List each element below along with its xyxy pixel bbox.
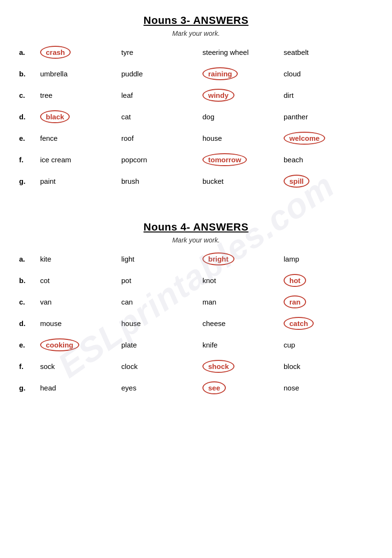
- list-item: man: [201, 298, 282, 306]
- list-item: van: [38, 298, 119, 306]
- section1-subtitle: Mark your work.: [19, 30, 373, 37]
- row-label: c.: [19, 91, 38, 99]
- table-row: c.vancanmanran: [19, 295, 373, 308]
- circled-answer: catch: [284, 317, 314, 330]
- list-item: dog: [201, 113, 282, 121]
- list-item: panther: [282, 113, 363, 121]
- row-label: c.: [19, 298, 38, 306]
- list-item: popcorn: [119, 156, 201, 164]
- list-item: tyre: [119, 48, 201, 56]
- list-item: roof: [119, 134, 201, 142]
- table-row: e.cookingplateknifecup: [19, 338, 373, 351]
- row-label: f.: [19, 362, 38, 370]
- list-item: windy: [201, 89, 282, 102]
- list-item: light: [119, 255, 201, 263]
- table-row: a.kitelightbrightlamp: [19, 253, 373, 265]
- table-row: g.paintbrushbucketspill: [19, 175, 373, 188]
- circled-answer: shock: [202, 360, 234, 373]
- list-item: house: [201, 134, 282, 142]
- list-item: fence: [38, 134, 119, 142]
- list-item: cup: [282, 341, 363, 349]
- circled-answer: see: [202, 381, 226, 394]
- list-item: eyes: [119, 384, 201, 392]
- circled-answer: bright: [202, 253, 234, 265]
- table-row: f.sockclockshockblock: [19, 360, 373, 373]
- list-item: cat: [119, 113, 201, 121]
- row-label: b.: [19, 70, 38, 78]
- list-item: bright: [201, 253, 282, 265]
- list-item: head: [38, 384, 119, 392]
- list-item: crash: [38, 46, 119, 59]
- list-item: cheese: [201, 319, 282, 327]
- circled-answer: tomorrow: [202, 153, 247, 166]
- list-item: ice cream: [38, 156, 119, 164]
- section2: Nouns 4- ANSWERS Mark your work. a.kitel…: [19, 221, 373, 394]
- list-item: block: [282, 362, 363, 370]
- list-item: nose: [282, 384, 363, 392]
- section2-subtitle: Mark your work.: [19, 236, 373, 244]
- list-item: mouse: [38, 319, 119, 327]
- list-item: black: [38, 110, 119, 123]
- row-label: g.: [19, 384, 38, 392]
- list-item: spill: [282, 175, 363, 188]
- list-item: kite: [38, 255, 119, 263]
- list-item: sock: [38, 362, 119, 370]
- list-item: welcome: [282, 132, 363, 145]
- list-item: bucket: [201, 177, 282, 185]
- table-row: f.ice creampopcorntomorrowbeach: [19, 153, 373, 166]
- table-row: e.fenceroofhousewelcome: [19, 132, 373, 145]
- circled-answer: hot: [284, 274, 306, 287]
- list-item: leaf: [119, 91, 201, 99]
- list-item: knot: [201, 276, 282, 284]
- list-item: raining: [201, 67, 282, 80]
- list-item: can: [119, 298, 201, 306]
- list-item: catch: [282, 317, 363, 330]
- list-item: tree: [38, 91, 119, 99]
- list-item: clock: [119, 362, 201, 370]
- list-item: knife: [201, 341, 282, 349]
- table-row: d.mousehousecheesecatch: [19, 317, 373, 330]
- row-label: e.: [19, 134, 38, 142]
- table-row: b.cotpotknothot: [19, 274, 373, 287]
- circled-answer: cooking: [40, 338, 79, 351]
- list-item: puddle: [119, 70, 201, 78]
- list-item: see: [201, 381, 282, 394]
- circled-answer: spill: [284, 175, 309, 188]
- section1-title: Nouns 3- ANSWERS: [19, 14, 373, 27]
- row-label: d.: [19, 113, 38, 121]
- list-item: tomorrow: [201, 153, 282, 166]
- list-item: seatbelt: [282, 48, 363, 56]
- row-label: f.: [19, 156, 38, 164]
- circled-answer: ran: [284, 295, 306, 308]
- row-label: b.: [19, 276, 38, 284]
- list-item: ran: [282, 295, 363, 308]
- table-row: a.crashtyresteering wheelseatbelt: [19, 46, 373, 59]
- table-row: c.treeleafwindydirt: [19, 89, 373, 102]
- list-item: house: [119, 319, 201, 327]
- circled-answer: black: [40, 110, 70, 123]
- list-item: shock: [201, 360, 282, 373]
- section1: Nouns 3- ANSWERS Mark your work. a.crash…: [19, 14, 373, 188]
- list-item: beach: [282, 156, 363, 164]
- circled-answer: crash: [40, 46, 71, 59]
- list-item: steering wheel: [201, 48, 282, 56]
- row-label: e.: [19, 341, 38, 349]
- list-item: plate: [119, 341, 201, 349]
- row-label: d.: [19, 319, 38, 327]
- circled-answer: raining: [202, 67, 238, 80]
- table-row: g.headeyesseenose: [19, 381, 373, 394]
- list-item: pot: [119, 276, 201, 284]
- row-label: g.: [19, 177, 38, 185]
- list-item: hot: [282, 274, 363, 287]
- list-item: dirt: [282, 91, 363, 99]
- list-item: lamp: [282, 255, 363, 263]
- table-row: d.blackcatdogpanther: [19, 110, 373, 123]
- list-item: paint: [38, 177, 119, 185]
- circled-answer: welcome: [284, 132, 325, 145]
- list-item: brush: [119, 177, 201, 185]
- list-item: cot: [38, 276, 119, 284]
- list-item: umbrella: [38, 70, 119, 78]
- section2-title: Nouns 4- ANSWERS: [19, 221, 373, 233]
- row-label: a.: [19, 48, 38, 56]
- table-row: b.umbrellapuddlerainingcloud: [19, 67, 373, 80]
